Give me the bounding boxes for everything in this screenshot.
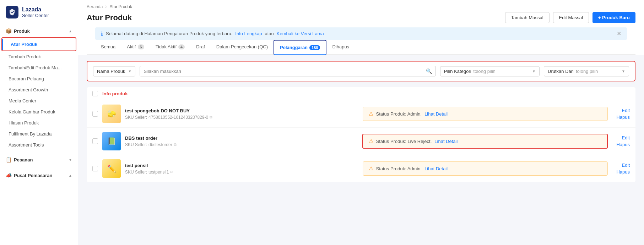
sidebar-item-bocoran-peluang[interactable]: Bocoran Peluang <box>0 73 78 84</box>
logo-name: Lazada <box>22 6 49 13</box>
tabs-row: Semua Aktif 6 Tidak Aktif 4 Draf Dalam P… <box>87 40 635 55</box>
sidebar-item-hiasan-label: Hiasan Produk <box>9 120 39 126</box>
detail-link-2[interactable]: Lihat Detail <box>434 139 458 144</box>
content-area: Nama Produk ▼ 🔍 Pilih Kategori tolong pi… <box>78 55 644 245</box>
tab-semua-label: Semua <box>101 44 115 49</box>
sku-value-2: dbstestorder <box>148 142 172 147</box>
sidebar-group-produk[interactable]: 📦Produk ▲ <box>0 25 78 37</box>
tab-pengecekan-label: Dalam Pengecekan (QC) <box>216 44 268 49</box>
edit-massal-button[interactable]: Edit Massal <box>553 12 589 23</box>
sidebar-item-assortment-tools[interactable]: Assortment Tools <box>0 139 78 150</box>
tab-tidak-aktif[interactable]: Tidak Aktif 4 <box>150 40 191 54</box>
page-title-row: Atur Produk Tambah Massal Edit Massal + … <box>87 12 635 23</box>
info-banner-text: Selamat datang di Halaman Pengaturan Pro… <box>106 31 232 36</box>
filter-bar: Nama Produk ▼ 🔍 Pilih Kategori tolong pi… <box>87 61 635 81</box>
chevron-down-icon-2: ▼ <box>532 69 536 73</box>
product-sku-2: SKU Seller: dbstestorder ⧉ <box>125 142 358 147</box>
status-badge-3: ⚠ Status Produk: Admin. Lihat Detail <box>363 161 608 176</box>
product-name-filter[interactable]: Nama Produk ▼ <box>93 66 135 76</box>
sidebar: Lazada Seller Center 📦Produk ▲ Atur Prod… <box>0 0 78 245</box>
copy-icon-2[interactable]: ⧉ <box>174 142 177 147</box>
sidebar-item-atur-produk-label: Atur Produk <box>11 42 37 47</box>
tab-aktif[interactable]: Aktif 6 <box>121 40 150 54</box>
select-all-checkbox[interactable] <box>92 91 98 96</box>
category-placeholder: tolong pilih <box>473 69 496 74</box>
info-link-1[interactable]: Info Lengkap <box>235 31 262 36</box>
product-image-3: ✏️ <box>102 159 121 178</box>
row-actions-2: Edit Hapus <box>612 135 630 147</box>
product-checkbox-3[interactable] <box>92 166 98 171</box>
tab-dalam-pengecekan[interactable]: Dalam Pengecekan (QC) <box>211 40 274 54</box>
sidebar-pemasaran-section: 📣Pusat Pemasaran ▲ <box>0 167 78 183</box>
sort-label: Urutkan Dari <box>548 69 574 74</box>
sidebar-item-media-center[interactable]: Media Center <box>0 95 78 106</box>
sidebar-item-fulfilment[interactable]: Fulfilment By Lazada <box>0 128 78 139</box>
tab-pelanggaran[interactable]: Pelanggaran 188 <box>274 40 326 55</box>
row-actions-1: Edit Hapus <box>612 108 630 120</box>
sidebar-item-kelola-label: Kelola Gambar Produk <box>9 109 55 114</box>
sort-filter[interactable]: Urutkan Dari tolong pilih ▼ <box>544 66 629 76</box>
tab-aktif-badge: 6 <box>138 44 144 49</box>
sidebar-item-tambah-edit-label: Tambah/Edit Produk Ma... <box>9 65 62 70</box>
product-name-1: test spongebob DO NOT BUY <box>125 108 358 113</box>
sku-label-2: SKU Seller: <box>125 142 147 147</box>
product-img-spongebob: 🧽 <box>102 105 121 123</box>
detail-link-3[interactable]: Lihat Detail <box>424 166 448 171</box>
detail-link-1[interactable]: Lihat Detail <box>424 111 448 117</box>
sidebar-group-pemasaran[interactable]: 📣Pusat Pemasaran ▲ <box>0 169 78 182</box>
info-link-2[interactable]: Kembali ke Versi Lama <box>277 31 324 36</box>
tambah-massal-button[interactable]: Tambah Massal <box>505 12 550 23</box>
sidebar-group-pesanan[interactable]: 📋Pesanan ▼ <box>0 153 78 166</box>
sidebar-pesanan-section: 📋Pesanan ▼ <box>0 152 78 167</box>
breadcrumb-home[interactable]: Beranda <box>87 4 103 9</box>
product-checkbox-2[interactable] <box>92 138 98 144</box>
warn-icon-3: ⚠ <box>369 165 373 172</box>
breadcrumb-separator: > <box>105 4 107 9</box>
main-content: Beranda > Atur Produk Atur Produk Tambah… <box>78 0 644 245</box>
product-checkbox-1[interactable] <box>92 111 98 117</box>
sidebar-item-assortment-growth[interactable]: Assortment Growth <box>0 84 78 95</box>
logo-text: Lazada Seller Center <box>22 6 49 18</box>
copy-icon-1[interactable]: ⧉ <box>210 115 212 119</box>
chevron-down-icon: ▼ <box>128 69 131 73</box>
tab-draf[interactable]: Draf <box>190 40 211 54</box>
search-input[interactable] <box>144 69 424 74</box>
copy-icon-3[interactable]: ⧉ <box>170 170 173 174</box>
product-info-3: test pensil SKU Seller: testpensil1 ⧉ <box>125 163 358 175</box>
chevron-up-icon-2: ▲ <box>69 174 72 177</box>
status-badge-1: ⚠ Status Produk: Admin. Lihat Detail <box>363 107 608 121</box>
category-filter[interactable]: Pilih Kategori tolong pilih ▼ <box>440 66 540 76</box>
tab-pelanggaran-label: Pelanggaran <box>280 45 308 50</box>
edit-button-1[interactable]: Edit <box>622 108 630 113</box>
chevron-up-icon: ▲ <box>69 29 72 33</box>
edit-button-3[interactable]: Edit <box>622 163 630 168</box>
status-text-1: Status Produk: Admin. <box>376 111 422 117</box>
sidebar-item-tambah-edit-produk[interactable]: Tambah/Edit Produk Ma... <box>0 62 78 73</box>
close-icon[interactable]: ✕ <box>617 30 621 37</box>
sidebar-item-kelola-gambar[interactable]: Kelola Gambar Produk <box>0 106 78 117</box>
page-title: Atur Produk <box>87 13 132 22</box>
chevron-down-icon: ▼ <box>69 158 72 162</box>
hapus-button-3[interactable]: Hapus <box>616 169 630 175</box>
sidebar-item-bocoran-label: Bocoran Peluang <box>9 76 44 81</box>
hapus-button-1[interactable]: Hapus <box>616 114 630 120</box>
status-badge-2: ⚠ Status Produk: Live Reject. Lihat Deta… <box>362 134 608 149</box>
sidebar-item-tambah-produk[interactable]: Tambah Produk <box>0 51 78 62</box>
tab-draf-label: Draf <box>196 44 205 49</box>
info-separator: atau <box>265 31 274 36</box>
tab-dihapus[interactable]: Dihapus <box>326 40 355 54</box>
sidebar-group-pesanan-label: 📋Pesanan <box>6 157 33 163</box>
edit-button-2[interactable]: Edit <box>622 135 630 140</box>
hapus-button-2[interactable]: Hapus <box>616 142 630 147</box>
tab-semua[interactable]: Semua <box>95 40 121 54</box>
table-header-label: Info produk <box>102 91 128 96</box>
product-name-2: DBS test order <box>125 135 358 141</box>
breadcrumb-current: Atur Produk <box>109 4 132 9</box>
sidebar-item-atur-produk[interactable]: Atur Produk <box>2 39 76 50</box>
sidebar-item-assortment-tools-label: Assortment Tools <box>9 142 44 148</box>
page-header: Beranda > Atur Produk Atur Produk Tambah… <box>78 0 644 55</box>
produk-baru-button[interactable]: + Produk Baru <box>592 12 635 23</box>
sidebar-item-hiasan-produk[interactable]: Hiasan Produk <box>0 117 78 128</box>
sku-value-1: 4758010552-1612433207829-0 <box>148 115 208 120</box>
table-row: 🧽 test spongebob DO NOT BUY SKU Seller: … <box>87 100 635 128</box>
